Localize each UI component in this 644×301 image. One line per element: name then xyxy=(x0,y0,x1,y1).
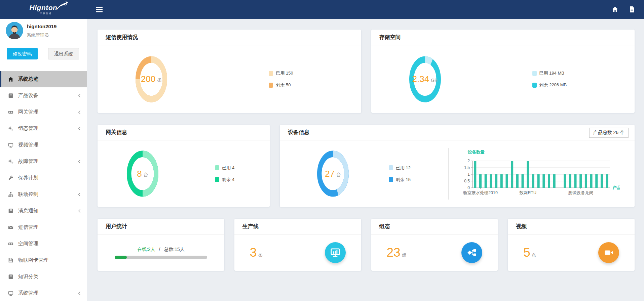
sidebar-item-14[interactable]: 系统管理 xyxy=(0,285,87,301)
sidebar-item-9[interactable]: 消息通知 xyxy=(0,203,87,219)
legend-swatch xyxy=(532,83,537,88)
sidebar-item-label: 知识分类 xyxy=(18,273,38,280)
sidebar-item-label: 系统总览 xyxy=(18,76,38,82)
card-title: 存储空间 xyxy=(371,30,635,45)
total-count: 总数:15人 xyxy=(164,247,184,252)
user-stats-label: 在线:2人 / 总数:15人 xyxy=(137,247,185,253)
legend-swatch xyxy=(389,165,393,170)
video-count: 5 条 xyxy=(523,246,536,260)
production-card-body: 3 条 xyxy=(234,234,361,271)
gears-icon xyxy=(8,159,13,164)
svg-text:0: 0 xyxy=(467,185,470,190)
legend-label: 剩余 50 xyxy=(276,82,291,88)
sidebar-item-5[interactable]: 视频管理 xyxy=(0,137,87,153)
separator: / xyxy=(159,247,160,252)
avatar xyxy=(6,22,23,39)
share-nodes-icon xyxy=(461,242,482,263)
chevron-left-icon xyxy=(78,127,81,131)
book-icon xyxy=(8,208,13,214)
gateway-card: 网关信息 8台 已用 4剩余 4 xyxy=(98,125,270,207)
storage-card: 存储空间 2.34GB 已用 194 MB剩余 2206 MB xyxy=(371,30,635,113)
sidebar-item-10[interactable]: 短信管理 xyxy=(0,219,87,235)
monitor-icon xyxy=(8,142,13,148)
sidebar-item-6[interactable]: 故障管理 xyxy=(0,153,87,170)
logo: Hignton 华辰智通 xyxy=(30,4,58,15)
sidebar-item-label: 物联网卡管理 xyxy=(18,257,48,263)
card-title: 生产线 xyxy=(234,219,361,234)
legend-item: 剩余 50 xyxy=(269,82,293,88)
row-middle: 网关信息 8台 已用 4剩余 4 设备信息 产品总数 26 个 27台 已用 1… xyxy=(98,125,635,207)
home-icon[interactable] xyxy=(612,6,618,13)
sidebar-item-2[interactable]: 产品设备 xyxy=(0,87,87,104)
gateway-legend: 已用 4剩余 4 xyxy=(215,165,234,183)
sidebar-item-label: 产品设备 xyxy=(18,92,38,99)
donut-center-label: 8台 xyxy=(126,150,159,197)
sidebar-item-13[interactable]: 知识分类 xyxy=(0,268,87,285)
goggles-icon xyxy=(8,110,13,115)
dashboard-page: Hignton 华辰智通 hignton2019 系统管理员 修改密码 退出系统… xyxy=(0,0,644,301)
svg-text:1.5: 1.5 xyxy=(464,165,470,170)
sidebar-item-7[interactable]: 保养计划 xyxy=(0,170,87,186)
scada-value: 23 xyxy=(387,246,401,260)
production-unit: 条 xyxy=(258,252,263,258)
row-top: 短信使用情况 200条 已用 150剩余 50 存储空间 2.34GB 已用 1… xyxy=(98,30,635,113)
card-title: 组态 xyxy=(371,219,498,234)
sidebar-item-label: 网关管理 xyxy=(18,109,38,115)
donut-center-label: 27台 xyxy=(317,150,349,197)
legend-label: 已用 4 xyxy=(222,165,234,171)
svg-text:产品: 产品 xyxy=(612,185,620,190)
scada-count: 23 组 xyxy=(387,246,407,260)
topbar xyxy=(87,0,644,19)
sidebar-logo-header: Hignton 华辰智通 xyxy=(0,0,87,19)
sidebar-item-11[interactable]: 空间管理 xyxy=(0,235,87,252)
gears-icon xyxy=(8,126,13,131)
scada-card: 组态 23 组 xyxy=(371,219,498,271)
video-card-body: 5 条 xyxy=(508,234,635,271)
sms-card-body: 200条 已用 150剩余 50 xyxy=(98,45,361,113)
user-role: 系统管理员 xyxy=(27,32,49,38)
sidebar-item-1[interactable]: 系统总览 xyxy=(0,71,87,87)
storage-card-body: 2.34GB 已用 194 MB剩余 2206 MB xyxy=(371,45,635,113)
card-title: 短信使用情况 xyxy=(98,30,361,45)
sidebar-item-label: 短信管理 xyxy=(18,224,38,230)
sidebar-item-4[interactable]: 组态管理 xyxy=(0,120,87,137)
legend-swatch xyxy=(215,165,219,170)
storage-legend: 已用 194 MB剩余 2206 MB xyxy=(532,70,567,88)
floppy-icon xyxy=(8,258,13,263)
production-count: 3 条 xyxy=(250,246,263,260)
legend-swatch xyxy=(269,71,273,76)
home-icon xyxy=(8,77,13,82)
sms-donut-chart: 200条 xyxy=(135,56,167,103)
sms-usage-card: 短信使用情况 200条 已用 150剩余 50 xyxy=(98,30,361,113)
card-title: 用户统计 xyxy=(98,219,224,234)
document-icon[interactable] xyxy=(629,6,635,13)
device-legend: 已用 12剩余 15 xyxy=(389,165,411,183)
envelope-icon xyxy=(8,225,13,230)
sms-legend: 已用 150剩余 50 xyxy=(269,70,293,88)
change-password-button[interactable]: 修改密码 xyxy=(7,48,38,59)
legend-swatch xyxy=(389,177,393,182)
logout-button[interactable]: 退出系统 xyxy=(48,48,79,59)
chevron-left-icon xyxy=(78,291,81,295)
username: hignton2019 xyxy=(27,24,56,29)
sidebar-menu: 系统总览产品设备网关管理组态管理视频管理故障管理保养计划联动控制消息通知短信管理… xyxy=(0,71,87,301)
legend-label: 已用 12 xyxy=(396,165,411,171)
legend-item: 已用 4 xyxy=(215,165,234,171)
sidebar-item-label: 组态管理 xyxy=(18,125,38,132)
sidebar-item-label: 消息通知 xyxy=(18,208,38,214)
monitor-chart-icon xyxy=(325,242,346,263)
legend-item: 已用 12 xyxy=(389,165,411,171)
scada-unit: 组 xyxy=(402,252,407,258)
production-value: 3 xyxy=(250,246,257,260)
legend-item: 已用 150 xyxy=(269,70,293,76)
sidebar-item-12[interactable]: 物联网卡管理 xyxy=(0,252,87,268)
main-content: 短信使用情况 200条 已用 150剩余 50 存储空间 2.34GB 已用 1… xyxy=(87,19,644,301)
svg-text:验室废水处理2019: 验室废水处理2019 xyxy=(463,190,498,195)
sidebar-item-3[interactable]: 网关管理 xyxy=(0,104,87,120)
legend-label: 剩余 15 xyxy=(396,177,411,183)
hamburger-icon[interactable] xyxy=(96,7,103,12)
antelope-logo-icon xyxy=(56,1,69,11)
sidebar-item-8[interactable]: 联动控制 xyxy=(0,186,87,203)
card-title: 网关信息 xyxy=(98,125,270,140)
chevron-left-icon xyxy=(78,110,81,114)
